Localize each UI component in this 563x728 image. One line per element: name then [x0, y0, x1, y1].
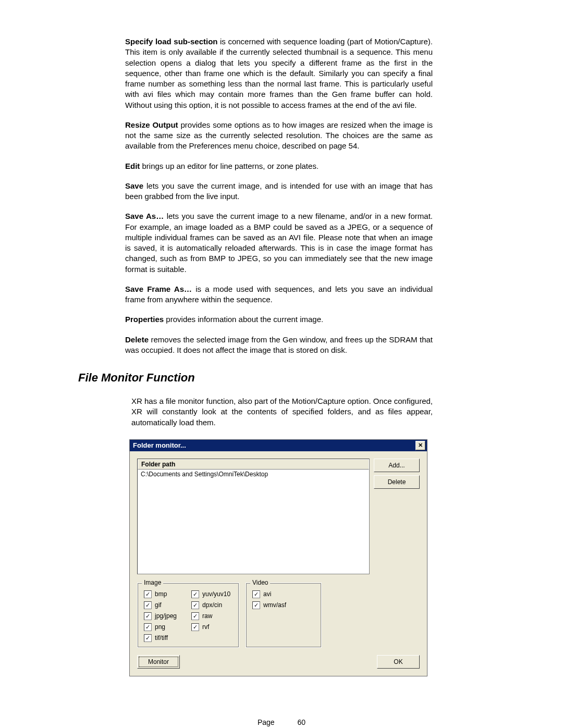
video-legend: Video	[250, 579, 270, 586]
check-wmv[interactable]: ✓wmv/asf	[252, 601, 315, 609]
footer-label: Page	[258, 718, 275, 726]
delete-button[interactable]: Delete	[374, 475, 420, 489]
para-save-as: Save As… lets you save the current image…	[125, 211, 433, 275]
para-resize-output: Resize Output provides some options as t…	[125, 120, 433, 152]
check-raw[interactable]: ✓raw	[191, 612, 230, 620]
checkbox-icon[interactable]: ✓	[144, 612, 152, 620]
add-button[interactable]: Add...	[374, 459, 420, 472]
check-png[interactable]: ✓png	[144, 623, 177, 631]
folder-monitor-dialog: Folder monitor... ✕ Folder path C:\Docum…	[129, 439, 427, 676]
checkbox-icon[interactable]: ✓	[191, 590, 199, 598]
image-legend: Image	[142, 579, 163, 586]
para-save: Save lets you save the current image, an…	[125, 181, 433, 202]
dialog-titlebar[interactable]: Folder monitor... ✕	[130, 440, 427, 451]
image-group: Image ✓bmp ✓gif ✓jpg/jpeg ✓png ✓tif/tiff…	[137, 583, 239, 648]
para-edit: Edit brings up an editor for line patter…	[125, 161, 433, 171]
checkbox-icon[interactable]: ✓	[144, 634, 152, 642]
check-bmp[interactable]: ✓bmp	[144, 590, 177, 598]
intro-paragraph: XR has a file monitor function, also par…	[131, 396, 433, 428]
para-delete: Delete removes the selected image from t…	[125, 335, 433, 356]
checkbox-icon[interactable]: ✓	[252, 601, 260, 609]
dialog-title: Folder monitor...	[133, 441, 415, 449]
video-group: Video ✓avi ✓wmv/asf	[246, 583, 322, 648]
check-jpg[interactable]: ✓jpg/jpeg	[144, 612, 177, 620]
check-dpx[interactable]: ✓dpx/cin	[191, 601, 230, 609]
page-footer: Page 60	[0, 718, 563, 726]
monitor-button[interactable]: Monitor	[137, 655, 180, 669]
folder-path-list[interactable]: Folder path C:\Documents and Settings\Om…	[137, 459, 370, 574]
check-tif[interactable]: ✓tif/tiff	[144, 634, 177, 642]
para-specify-load: Specify load sub-section is concerned wi…	[125, 36, 433, 110]
para-save-frame-as: Save Frame As… is a mode used with seque…	[125, 284, 433, 305]
para-properties: Properties provides information about th…	[125, 314, 433, 325]
checkbox-icon[interactable]: ✓	[144, 601, 152, 609]
check-yuv[interactable]: ✓yuv/yuv10	[191, 590, 230, 598]
body-text-block: Specify load sub-section is concerned wi…	[125, 36, 433, 355]
folder-path-row-0[interactable]: C:\Documents and Settings\OmniTek\Deskto…	[138, 470, 369, 479]
checkbox-icon[interactable]: ✓	[191, 601, 199, 609]
checkbox-icon[interactable]: ✓	[191, 612, 199, 620]
ok-button[interactable]: OK	[377, 655, 420, 669]
check-avi[interactable]: ✓avi	[252, 590, 315, 598]
section-heading: File Monitor Function	[78, 371, 563, 385]
checkbox-icon[interactable]: ✓	[191, 623, 199, 631]
close-icon[interactable]: ✕	[415, 441, 425, 450]
check-gif[interactable]: ✓gif	[144, 601, 177, 609]
intro-paragraph-block: XR has a file monitor function, also par…	[131, 396, 433, 428]
check-rvf[interactable]: ✓rvf	[191, 623, 230, 631]
checkbox-icon[interactable]: ✓	[144, 590, 152, 598]
footer-page-number: 60	[298, 718, 306, 726]
folder-path-header[interactable]: Folder path	[138, 459, 369, 470]
checkbox-icon[interactable]: ✓	[144, 623, 152, 631]
checkbox-icon[interactable]: ✓	[252, 590, 260, 598]
